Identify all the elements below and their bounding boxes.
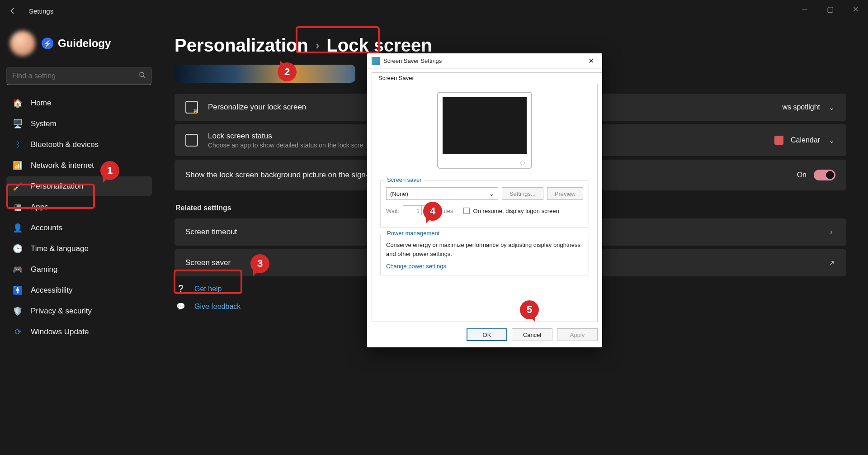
toggle-switch[interactable]	[814, 170, 835, 180]
user-block: ⚡ Guidelogy	[6, 26, 152, 67]
brush-icon: 🖌️	[13, 181, 23, 191]
screen-saver-dialog: Screen Saver Settings ✕ Screen Saver Scr…	[367, 53, 602, 347]
dropdown-value: ws spotlight	[782, 103, 820, 111]
feedback-icon: 💬	[176, 302, 186, 311]
preview-button[interactable]: Preview	[547, 187, 583, 200]
annotation-balloon-2: 2	[278, 62, 297, 81]
breadcrumb-current: Lock screen	[326, 35, 432, 56]
annotation-balloon-1: 1	[100, 161, 119, 180]
nav-label: Privacy & security	[31, 307, 92, 316]
nav-label: Apps	[31, 203, 48, 212]
screensaver-preview	[437, 92, 532, 169]
nav-update[interactable]: ⟳Windows Update	[6, 322, 152, 342]
nav-time[interactable]: 🕒Time & language	[6, 239, 152, 259]
gamepad-icon: 🎮	[13, 265, 23, 275]
power-text: Conserve energy or maximize performance …	[386, 241, 583, 258]
brand-icon: ⚡	[42, 38, 53, 49]
external-icon: ↗	[827, 259, 835, 267]
chevron-right-icon: ›	[827, 228, 835, 236]
nav-label: Network & internet	[31, 161, 94, 170]
wait-input[interactable]	[403, 208, 421, 214]
chevron-down-icon: ⌄	[489, 190, 494, 197]
nav-label: Windows Update	[31, 327, 89, 337]
screensaver-dropdown[interactable]: (None) ⌄	[386, 187, 498, 200]
resume-label: On resume, display logon screen	[473, 208, 559, 214]
nav-home[interactable]: 🏠Home	[6, 93, 152, 113]
nav-label: Time & language	[31, 244, 89, 253]
dropdown-value: (None)	[390, 190, 408, 197]
nav-privacy[interactable]: 🛡️Privacy & security	[6, 301, 152, 321]
help-icon: ❔	[176, 284, 186, 293]
chevron-right-icon: ›	[316, 38, 320, 52]
toggle-state: On	[797, 171, 807, 179]
nav-gaming[interactable]: 🎮Gaming	[6, 260, 152, 280]
annotation-balloon-4: 4	[423, 202, 442, 221]
nav-accounts[interactable]: 👤Accounts	[6, 218, 152, 238]
ok-button[interactable]: OK	[467, 328, 507, 341]
avatar	[10, 31, 35, 56]
clock-icon: 🕒	[13, 244, 23, 254]
chevron-down-icon[interactable]: ⌄	[827, 136, 835, 145]
dialog-tab[interactable]: Screen Saver	[372, 72, 602, 84]
settings-button[interactable]: Settings...	[502, 187, 543, 200]
fieldset-legend: Power management	[384, 230, 442, 237]
home-icon: 🏠	[13, 98, 23, 108]
search-input[interactable]	[6, 67, 152, 85]
nav-bluetooth[interactable]: ᛒBluetooth & devices	[6, 135, 152, 155]
monitor-icon	[185, 134, 198, 147]
chevron-down-icon[interactable]: ⌄	[827, 103, 835, 112]
nav-label: Gaming	[31, 265, 58, 274]
sidebar: ⚡ Guidelogy 🏠Home 🖥️System ᛒBluetooth & …	[0, 22, 158, 455]
wait-label: Wait:	[386, 208, 399, 214]
nav-system[interactable]: 🖥️System	[6, 114, 152, 134]
svg-point-0	[140, 72, 144, 76]
fieldset-legend: Screen saver	[384, 176, 425, 183]
change-power-link[interactable]: Change power settings	[386, 263, 446, 270]
shield-icon: 🛡️	[13, 306, 23, 316]
search-icon	[139, 71, 146, 81]
resume-checkbox[interactable]	[463, 208, 470, 214]
dialog-icon	[372, 57, 380, 65]
dropdown-value: Calendar	[791, 136, 820, 144]
cancel-button[interactable]: Cancel	[512, 328, 552, 341]
back-button[interactable]	[7, 5, 18, 16]
brand-name: Guidelogy	[58, 37, 111, 50]
annotation-balloon-3: 3	[250, 254, 269, 273]
link-label: Get help	[194, 285, 222, 293]
window-title: Settings	[29, 7, 53, 15]
calendar-icon	[774, 136, 783, 145]
maximize-button[interactable]: ▢	[817, 0, 843, 18]
nav-apps[interactable]: ▦Apps	[6, 197, 152, 217]
breadcrumb-parent[interactable]: Personalization	[175, 35, 308, 56]
nav-personalization[interactable]: 🖌️Personalization	[6, 176, 152, 196]
dialog-close-button[interactable]: ✕	[585, 56, 598, 66]
breadcrumb: Personalization › Lock screen	[175, 35, 846, 56]
apply-button[interactable]: Apply	[557, 328, 598, 341]
nav-label: Accessibility	[31, 286, 73, 295]
nav-network[interactable]: 📶Network & internet	[6, 156, 152, 175]
nav-accessibility[interactable]: 🚹Accessibility	[6, 280, 152, 300]
system-icon: 🖥️	[13, 119, 23, 129]
lockscreen-preview	[175, 65, 355, 83]
nav-label: System	[31, 119, 57, 128]
nav-label: Bluetooth & devices	[31, 140, 99, 149]
close-button[interactable]: ✕	[843, 0, 868, 18]
nav-label: Personalization	[31, 182, 83, 191]
bluetooth-icon: ᛒ	[13, 140, 23, 150]
annotation-balloon-5: 5	[520, 300, 539, 319]
monitor-icon: 🔒	[185, 101, 198, 114]
wifi-icon: 📶	[13, 161, 23, 171]
nav-label: Home	[31, 99, 51, 108]
accessibility-icon: 🚹	[13, 285, 23, 295]
person-icon: 👤	[13, 223, 23, 233]
link-label: Give feedback	[194, 303, 241, 311]
search-field[interactable]	[12, 72, 139, 80]
apps-icon: ▦	[13, 202, 23, 212]
dialog-title: Screen Saver Settings	[383, 57, 442, 64]
update-icon: ⟳	[13, 327, 23, 337]
nav-label: Accounts	[31, 223, 62, 232]
minimize-button[interactable]: ─	[792, 0, 817, 18]
